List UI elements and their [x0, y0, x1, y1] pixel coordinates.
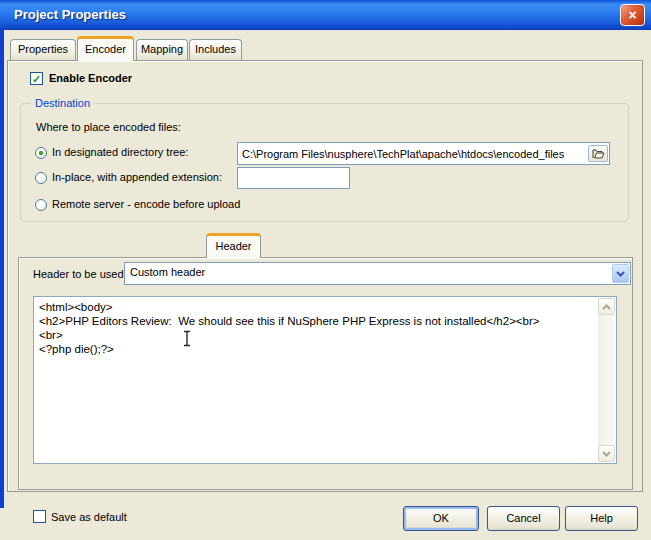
tab-label: Header	[215, 240, 251, 252]
window-border-right	[0, 0, 4, 508]
chevron-down-icon	[616, 271, 625, 277]
chevron-down-icon	[602, 451, 611, 457]
tab-mapping[interactable]: Mapping	[136, 39, 188, 60]
header-to-be-used-label: Header to be used:	[33, 268, 127, 280]
radio-label: In designated directory tree:	[52, 146, 188, 158]
directory-path-input[interactable]	[237, 142, 610, 165]
check-icon: ✓	[32, 73, 41, 85]
chevron-up-icon	[602, 304, 611, 310]
extension-input[interactable]	[237, 167, 350, 189]
tab-label: Encoder	[85, 43, 126, 55]
scroll-up-button[interactable]	[598, 298, 615, 315]
titlebar[interactable]: Project Properties ×	[0, 0, 651, 30]
tab-includes[interactable]: Includes	[189, 39, 242, 60]
tab-label: Includes	[195, 43, 236, 55]
header-select[interactable]: Custom header	[124, 262, 631, 285]
help-button[interactable]: Help	[565, 506, 638, 531]
checkbox-box[interactable]: ✓	[30, 72, 43, 85]
folder-open-icon	[592, 148, 605, 159]
radio-dot-icon	[39, 151, 43, 155]
header-code-text: <html><body> <h2>PHP Editors Review: We …	[39, 300, 592, 356]
ok-button[interactable]: OK	[403, 506, 479, 531]
header-code-editor[interactable]: <html><body> <h2>PHP Editors Review: We …	[33, 296, 617, 464]
save-as-default-label: Save as default	[51, 511, 127, 523]
close-button[interactable]: ×	[620, 4, 645, 26]
scroll-down-button[interactable]	[598, 445, 615, 462]
checkbox-box[interactable]	[33, 510, 46, 523]
where-to-place-label: Where to place encoded files:	[36, 121, 181, 133]
ibeam-cursor	[182, 330, 192, 349]
tab-encoder[interactable]: Encoder	[77, 36, 134, 61]
window-title: Project Properties	[14, 0, 126, 29]
enable-encoder-label: Enable Encoder	[49, 72, 132, 84]
radio-label: Remote server - encode before upload	[52, 198, 240, 210]
header-select-value: Custom header	[130, 266, 205, 278]
radio-button[interactable]	[35, 147, 47, 159]
cancel-button[interactable]: Cancel	[487, 506, 560, 531]
combo-dropdown-button[interactable]	[612, 264, 629, 283]
radio-label: In-place, with appended extension:	[52, 171, 222, 183]
tab-header[interactable]: Header	[206, 233, 261, 258]
radio-button[interactable]	[35, 199, 47, 211]
scrollbar[interactable]	[598, 298, 615, 462]
browse-button[interactable]	[588, 145, 608, 162]
close-icon: ×	[628, 7, 636, 23]
tab-label: Mapping	[141, 43, 183, 55]
destination-legend: Destination	[31, 97, 94, 109]
radio-button[interactable]	[35, 172, 47, 184]
project-properties-dialog: Project Properties × Properties Encoder …	[0, 0, 651, 540]
tab-properties[interactable]: Properties	[10, 39, 76, 60]
tab-label: Properties	[18, 43, 68, 55]
